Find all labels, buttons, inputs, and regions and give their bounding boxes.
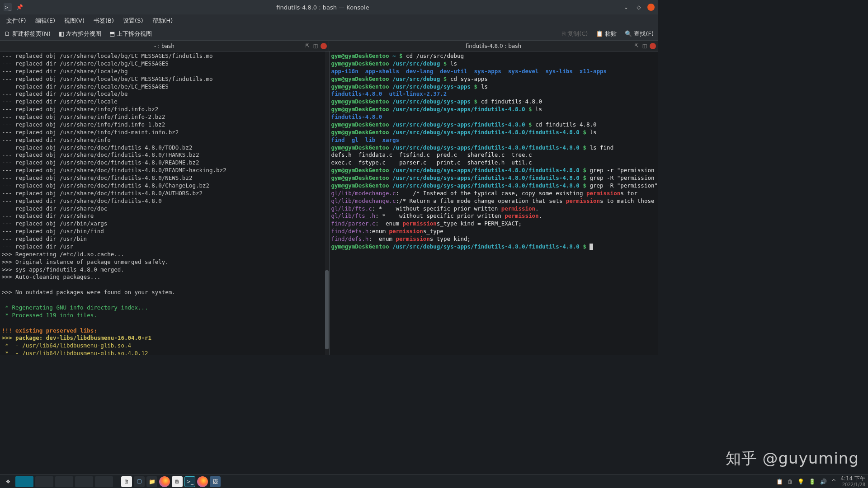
window-titlebar: >_ 📌 findutils-4.8.0 : bash — Konsole ⌄ … bbox=[0, 0, 658, 14]
menu-view[interactable]: 视图(V) bbox=[61, 15, 88, 27]
new-tab-icon: 🗋 bbox=[5, 30, 10, 37]
left-terminal-pane[interactable]: --- replaced obj /usr/share/locale/bg/LC… bbox=[0, 52, 330, 355]
close-icon[interactable] bbox=[647, 4, 655, 11]
find-label: 查找(F) bbox=[634, 30, 654, 38]
copy-button: ⎘ 复制(C) bbox=[560, 29, 590, 39]
new-tab-label: 新建标签页(N) bbox=[12, 30, 51, 38]
toolbar: 🗋 新建标签页(N) ◧ 左右拆分视图 ⬒ 上下拆分视图 ⎘ 复制(C) 📋 粘… bbox=[0, 27, 658, 41]
menubar: 文件(F) 编辑(E) 视图(V) 书签(B) 设置(S) 帮助(H) bbox=[0, 14, 658, 27]
copy-icon: ⎘ bbox=[562, 30, 566, 37]
menu-bookmarks[interactable]: 书签(B) bbox=[90, 15, 118, 27]
minimize-icon[interactable]: ⌄ bbox=[622, 3, 630, 11]
split-lr-icon: ◧ bbox=[59, 30, 64, 37]
tab-close-icon[interactable] bbox=[650, 43, 656, 49]
split-tb-button[interactable]: ⬒ 上下拆分视图 bbox=[108, 29, 154, 39]
right-terminal-pane[interactable]: gym@gymDeskGentoo ~ $ cd /usr/src/debug … bbox=[330, 52, 659, 355]
menu-file[interactable]: 文件(F) bbox=[3, 15, 30, 27]
scrollbar-thumb[interactable] bbox=[325, 270, 329, 349]
tab-right[interactable]: findutils-4.8.0 : bash ⇱ ◫ bbox=[329, 41, 658, 51]
paste-button[interactable]: 📋 粘贴 bbox=[594, 29, 618, 39]
tabbar: - : bash ⇱ ◫ findutils-4.8.0 : bash ⇱ ◫ bbox=[0, 41, 658, 52]
tab-left[interactable]: - : bash ⇱ ◫ bbox=[0, 41, 329, 51]
tab-detach-icon[interactable]: ⇱ bbox=[633, 43, 640, 49]
tab-left-label: - : bash bbox=[154, 43, 175, 49]
split-tb-icon: ⬒ bbox=[109, 30, 115, 37]
tab-close-icon[interactable] bbox=[321, 43, 327, 49]
tab-new-icon[interactable]: ◫ bbox=[312, 43, 319, 49]
app-icon: >_ bbox=[4, 3, 12, 11]
menu-edit[interactable]: 编辑(E) bbox=[32, 15, 59, 27]
split-panes: --- replaced obj /usr/share/locale/bg/LC… bbox=[0, 52, 658, 355]
tab-new-icon[interactable]: ◫ bbox=[642, 43, 648, 49]
split-lr-label: 左右拆分视图 bbox=[66, 30, 101, 38]
split-lr-button[interactable]: ◧ 左右拆分视图 bbox=[57, 29, 103, 39]
left-scrollbar[interactable] bbox=[325, 52, 329, 355]
copy-label: 复制(C) bbox=[567, 30, 588, 38]
paste-icon: 📋 bbox=[596, 30, 603, 37]
maximize-icon[interactable]: ◇ bbox=[635, 3, 643, 11]
new-tab-button[interactable]: 🗋 新建标签页(N) bbox=[3, 29, 52, 39]
menu-settings[interactable]: 设置(S) bbox=[119, 15, 146, 27]
find-button[interactable]: 🔍 查找(F) bbox=[623, 29, 656, 39]
tab-detach-icon[interactable]: ⇱ bbox=[304, 43, 311, 49]
pin-icon[interactable]: 📌 bbox=[15, 3, 24, 11]
paste-label: 粘贴 bbox=[605, 30, 617, 38]
split-tb-label: 上下拆分视图 bbox=[117, 30, 152, 38]
tab-right-label: findutils-4.8.0 : bash bbox=[466, 43, 521, 49]
window-title: findutils-4.8.0 : bash — Konsole bbox=[24, 4, 622, 11]
search-icon: 🔍 bbox=[625, 30, 632, 37]
menu-help[interactable]: 帮助(H) bbox=[149, 15, 177, 27]
